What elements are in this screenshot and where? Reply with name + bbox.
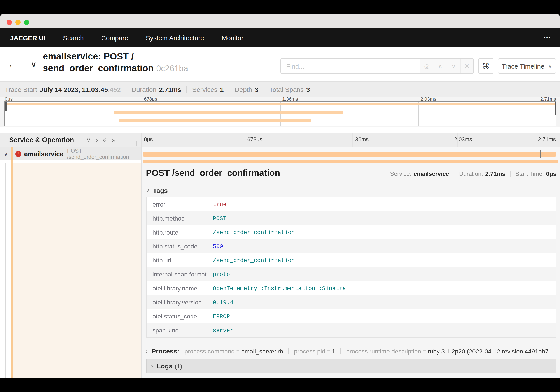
tag-row: http.status_code500 [146,239,556,253]
minimap-tick: 2.71ms [540,96,556,101]
tags-section-toggle[interactable]: ∨ Tags [146,187,556,194]
minimap-span-bar [119,119,311,122]
minimap-left-scrubber[interactable] [5,101,7,111]
tag-row: otel.library.version0.19.4 [146,295,556,309]
tag-row: http.url/send_order_confirmation [146,253,556,267]
trace-collapse-toggle[interactable]: ∨ [24,47,43,81]
keyboard-shortcuts-button[interactable]: ⌘ [478,58,493,74]
traffic-light-zoom[interactable] [24,20,29,25]
command-icon: ⌘ [482,61,490,71]
span-row[interactable]: ∨ ! emailservice POST /send_order_confir… [0,147,560,160]
nav-item-monitor[interactable]: Monitor [222,34,243,41]
minimap-canvas[interactable] [4,101,557,126]
summary-depth: Depth 3 [235,86,259,93]
nav-overflow-icon[interactable]: ••• [544,35,551,40]
divider [454,171,454,177]
traffic-light-minimize[interactable] [15,20,20,25]
span-operation-name: POST /send_order_confirmation [67,148,142,160]
app-window: JAEGER UI Search Compare System Architec… [0,14,560,378]
back-arrow-icon: ← [8,59,17,70]
summary-duration: Duration 2.71ms [132,86,181,93]
minimap-span-bar [114,111,343,113]
tag-row: errortrue [146,197,556,211]
logs-section-toggle[interactable]: › Logs (1) [146,359,556,373]
view-selector-label: Trace Timeline [502,62,544,70]
screen: JAEGER UI Search Compare System Architec… [0,0,560,392]
service-color-strip [11,147,13,378]
chevron-down-icon: ∨ [146,188,150,193]
divider [146,183,556,183]
find-locate-button[interactable]: ◎ [420,59,433,73]
timeline-main: Service & Operation ∨ › » » ∥ 0μs 678μs … [0,132,560,378]
logs-count: (1) [175,362,182,370]
logs-section-title: Logs [157,362,173,370]
summary-total-spans: Total Spans 3 [269,86,310,93]
expand-all-icon[interactable]: » [112,136,116,143]
chevron-down-icon: ∨ [548,63,552,69]
find-prev-button[interactable]: ∧ [433,59,447,73]
service-operation-header: Service & Operation ∨ › » » ∥ [0,132,142,147]
span-detail-panel: POST /send_order_confirmation Service:em… [142,163,560,378]
error-icon: ! [15,151,21,157]
divider [288,348,289,354]
chevron-down-icon[interactable]: ∨ [4,151,8,157]
tree-indent-line [5,163,6,378]
tag-row: internal.span.formatproto [146,267,556,281]
window-titlebar [0,14,560,28]
detail-left-column [13,163,141,378]
column-resize-handle[interactable]: ∥ [135,141,138,146]
collapse-one-icon[interactable]: ∨ [86,136,91,143]
jaeger-logo[interactable]: JAEGER UI [10,34,46,41]
process-section-title: Process: [152,347,179,355]
top-nav: JAEGER UI Search Compare System Architec… [0,28,560,47]
chevron-right-icon: › [151,363,153,369]
find-clear-button[interactable]: ✕ [460,59,473,73]
detail-row-bar-strip [142,160,560,163]
span-duration-bar-mini [143,160,558,163]
trace-title-line1: emailservice: POST / [43,50,188,62]
divider [340,348,341,354]
view-selector-button[interactable]: Trace Timeline ∨ [498,58,556,74]
trace-minimap[interactable]: 0μs 678μs 1.36ms 2.03ms 2.71ms [0,97,560,127]
tag-row: otel.status_codeERROR [146,309,556,323]
collapse-all-icon[interactable]: » [101,138,109,141]
find-input[interactable] [281,59,420,73]
chevron-down-icon: ∨ [31,60,37,69]
summary-trace-start: Trace Start July 14 2023, 11:03:45 .452 [5,86,121,93]
close-icon: ✕ [464,62,470,70]
spacer [0,127,560,132]
find-group: ◎ ∧ ∨ ✕ [280,58,474,74]
traffic-light-close[interactable] [7,20,12,25]
minimap-right-scrubber[interactable] [555,101,556,115]
span-detail-title: POST /send_order_confirmation [146,168,280,178]
divider [229,86,230,93]
collapse-controls: ∨ › » » [86,136,115,143]
minimap-span-bar [5,103,556,105]
tag-row: otel.library.nameOpenTelemetry::Instrume… [146,281,556,295]
expand-one-icon[interactable]: › [96,136,98,143]
divider [264,86,264,93]
process-section-toggle[interactable]: › Process: process.command=email_server.… [146,344,556,355]
back-button[interactable]: ← [0,47,24,81]
find-next-button[interactable]: ∨ [447,59,460,73]
span-row-timeline-cell[interactable] [142,147,560,160]
chevron-up-icon: ∧ [438,62,442,70]
minimap-tick: 1.36ms [282,96,298,101]
divider [187,86,187,93]
service-operation-title: Service & Operation [9,136,74,144]
divider [126,86,126,93]
tag-row: http.methodPOST [146,211,556,225]
chevron-down-icon: ∨ [451,62,456,70]
span-row-name-cell[interactable]: ∨ ! emailservice POST /send_order_confir… [0,147,142,160]
nav-item-system-architecture[interactable]: System Architecture [146,34,204,41]
tag-row: span.kindserver [146,323,556,337]
nav-item-search[interactable]: Search [63,34,84,41]
span-detail-header: POST /send_order_confirmation Service:em… [146,168,556,178]
nav-item-compare[interactable]: Compare [101,34,128,41]
span-duration-bar[interactable] [143,152,556,156]
trace-title: emailservice: POST / send_order_confirma… [43,47,188,81]
locate-icon: ◎ [424,62,430,70]
span-service-name: emailservice [24,150,63,158]
tags-section-title: Tags [153,187,168,194]
minimap-tick: 2.03ms [420,96,436,101]
